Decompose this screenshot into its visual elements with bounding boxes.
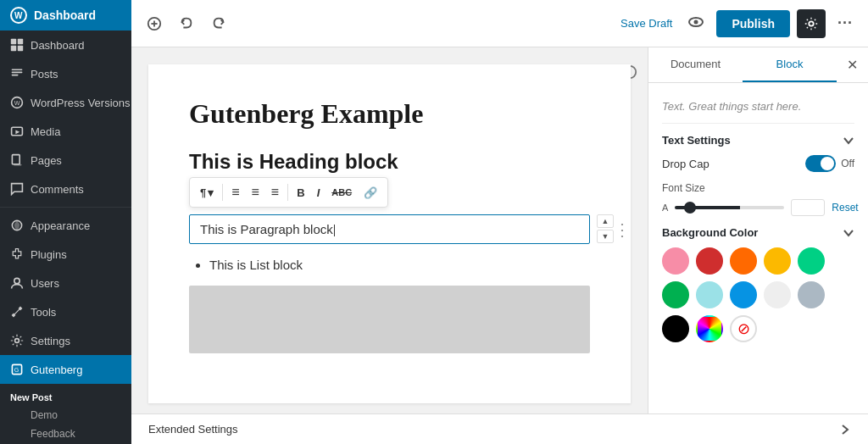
sidebar-item-label: Dashboard	[31, 39, 85, 52]
comments-icon	[10, 182, 24, 196]
sidebar-logo[interactable]: W Dashboard	[0, 0, 131, 31]
font-size-reset-button[interactable]: Reset	[832, 202, 858, 214]
editor-wrapper: i Gutenberg Example This is Heading bloc…	[131, 47, 868, 413]
block-options-button[interactable]: ⋮	[614, 221, 631, 238]
color-swatch-black[interactable]	[662, 315, 689, 342]
font-size-small-a: A	[662, 203, 668, 213]
svg-point-24	[694, 20, 698, 25]
sidebar-item-pages[interactable]: Pages	[0, 146, 131, 175]
background-color-title[interactable]: Background Color	[662, 226, 854, 239]
color-swatch-none[interactable]: ⊘	[730, 315, 757, 342]
link-button[interactable]: 🔗	[359, 183, 382, 203]
extended-settings-bar[interactable]: Extended Settings	[131, 413, 868, 444]
drop-cap-state: Off	[841, 158, 854, 169]
color-swatch-gradient[interactable]	[696, 315, 723, 342]
publish-button[interactable]: Publish	[716, 10, 790, 37]
svg-rect-8	[12, 75, 19, 76]
color-swatch-gray-light[interactable]	[764, 281, 791, 308]
color-swatch-red[interactable]	[696, 247, 723, 275]
sidebar-item-label: WordPress Versions	[31, 97, 131, 109]
add-block-button[interactable]	[142, 11, 167, 36]
svg-point-25	[809, 21, 813, 25]
font-size-controls: A Reset	[662, 199, 854, 216]
toggle-track[interactable]	[805, 155, 836, 172]
sidebar-item-label: Users	[31, 277, 59, 290]
sidebar-item-label: Comments	[31, 183, 84, 196]
text-cursor	[334, 225, 335, 236]
paragraph-block[interactable]: This is Paragraph block	[189, 214, 590, 244]
dashboard-icon	[10, 38, 24, 52]
align-right-button[interactable]: ≡	[266, 181, 284, 203]
sidebar-item-dashboard[interactable]: Dashboard	[0, 31, 131, 59]
editor-title[interactable]: Gutenberg Example	[189, 98, 590, 130]
preview-button[interactable]	[682, 8, 709, 38]
settings-icon	[10, 334, 24, 347]
plugins-icon	[10, 247, 24, 261]
image-placeholder	[189, 286, 590, 353]
block-down-button[interactable]: ▼	[597, 230, 614, 243]
tab-block[interactable]: Block	[743, 47, 837, 82]
chevron-right-icon	[839, 424, 851, 436]
undo-button[interactable]	[174, 11, 199, 36]
bold-button[interactable]: B	[292, 183, 309, 203]
sidebar-item-media[interactable]: Media	[0, 117, 131, 146]
toggle-thumb	[821, 157, 834, 170]
editor-heading[interactable]: This is Heading block	[189, 150, 590, 174]
save-draft-link[interactable]: Save Draft	[620, 17, 672, 30]
sidebar-item-comments[interactable]: Comments	[0, 175, 131, 203]
color-swatch-gray[interactable]	[798, 281, 825, 308]
sidebar-section-label: New Post	[0, 384, 131, 406]
list-item[interactable]: This is List block	[209, 258, 590, 272]
sidebar-sub-demo[interactable]: Demo	[0, 406, 131, 425]
main-area: Save Draft Publish ··· i Gutenberg Examp…	[131, 0, 868, 444]
svg-point-16	[14, 278, 19, 283]
drop-cap-toggle[interactable]: Off	[805, 155, 854, 172]
tab-document[interactable]: Document	[648, 47, 743, 82]
color-swatch-pink[interactable]	[662, 247, 689, 275]
paragraph-style-button[interactable]: ¶ ▾	[195, 183, 219, 203]
sidebar-item-label: Tools	[31, 306, 56, 319]
sidebar-item-appearance[interactable]: Appearance	[0, 211, 131, 240]
font-size-row: Font Size A Reset	[662, 182, 854, 216]
align-left-button[interactable]: ≡	[226, 181, 244, 203]
text-settings-section[interactable]: Text Settings	[662, 134, 854, 147]
svg-rect-14	[14, 164, 22, 166]
italic-button[interactable]: I	[312, 183, 326, 203]
more-options-button[interactable]: ···	[832, 9, 858, 37]
redo-button[interactable]	[206, 11, 231, 36]
color-swatch-yellow[interactable]	[764, 247, 791, 275]
color-swatch-blue-light[interactable]	[696, 281, 723, 308]
sidebar-item-plugins[interactable]: Plugins	[0, 240, 131, 269]
sidebar-divider	[0, 207, 131, 208]
sidebar-sub-feedback[interactable]: Feedback	[0, 425, 131, 443]
sidebar-item-wp-versions[interactable]: W WordPress Versions	[0, 88, 131, 117]
color-swatch-orange[interactable]	[730, 247, 757, 275]
settings-button[interactable]	[797, 9, 826, 38]
sidebar-item-label: Appearance	[31, 219, 90, 232]
color-swatch-blue[interactable]	[730, 281, 757, 308]
sidebar-item-gutenberg[interactable]: G Gutenberg	[0, 355, 131, 384]
editor-area[interactable]: i Gutenberg Example This is Heading bloc…	[131, 47, 648, 413]
block-up-button[interactable]: ▲	[597, 214, 614, 228]
sidebar-logo-label: Dashboard	[34, 8, 96, 22]
sidebar-item-settings[interactable]: Settings	[0, 326, 131, 355]
svg-rect-4	[11, 46, 16, 51]
sidebar-item-users[interactable]: Users	[0, 269, 131, 297]
panel-close-button[interactable]: ✕	[837, 50, 868, 80]
sidebar-item-tools[interactable]: Tools	[0, 297, 131, 326]
font-size-input[interactable]	[791, 199, 825, 216]
background-color-label: Background Color	[662, 226, 758, 239]
align-center-button[interactable]: ≡	[247, 181, 264, 203]
panel-placeholder: Text. Great things start here.	[662, 93, 854, 124]
svg-text:G: G	[14, 366, 19, 374]
svg-rect-5	[18, 46, 23, 51]
strikethrough-button[interactable]: ABC	[326, 184, 357, 201]
media-icon	[10, 125, 24, 138]
top-toolbar: Save Draft Publish ···	[131, 0, 868, 47]
undo-icon	[179, 16, 194, 31]
paragraph-symbol: ¶	[200, 186, 206, 199]
sidebar-item-posts[interactable]: Posts	[0, 59, 131, 88]
color-swatch-green[interactable]	[662, 281, 689, 308]
font-size-slider[interactable]	[675, 206, 784, 209]
color-swatch-green-light[interactable]	[798, 247, 825, 275]
